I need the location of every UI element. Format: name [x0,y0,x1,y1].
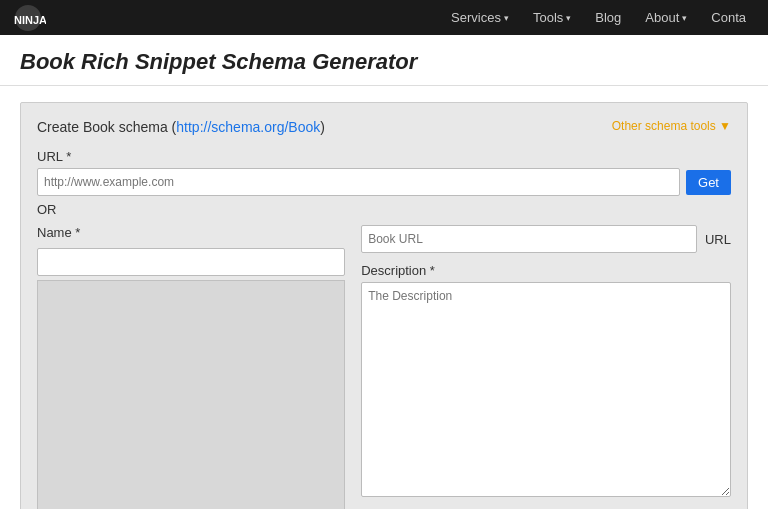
navigation: NINJAS Services ▾ Tools ▾ Blog About ▾ C… [0,0,768,35]
url-input-row: Get [37,168,731,196]
schema-form-box: Create Book schema (http://schema.org/Bo… [20,102,748,509]
schema-header: Create Book schema (http://schema.org/Bo… [37,119,731,135]
description-textarea[interactable] [361,282,731,497]
form-left-column: Name * [37,225,345,509]
contact-label: Conta [711,10,746,25]
logo-icon: NINJAS [10,4,46,32]
about-label: About [645,10,679,25]
nav-about[interactable]: About ▾ [633,0,699,35]
about-chevron-icon: ▾ [682,13,687,23]
logo: NINJAS [10,4,50,32]
get-button[interactable]: Get [686,170,731,195]
main-content: Create Book schema (http://schema.org/Bo… [0,86,768,509]
name-input[interactable] [37,248,345,276]
description-label: Description * [361,263,731,278]
other-schema-link[interactable]: Other schema tools ▼ [612,119,731,133]
book-url-input[interactable] [361,225,697,253]
book-url-row: URL [361,225,731,253]
nav-blog[interactable]: Blog [583,0,633,35]
nav-services[interactable]: Services ▾ [439,0,521,35]
url-section: URL * Get [37,149,731,196]
url-suffix-label: URL [705,232,731,247]
nav-contact[interactable]: Conta [699,0,758,35]
page-title: Book Rich Snippet Schema Generator [20,49,748,75]
form-columns: Name * URL Description * [37,225,731,509]
services-label: Services [451,10,501,25]
blog-label: Blog [595,10,621,25]
schema-create-label: Create Book schema (http://schema.org/Bo… [37,119,325,135]
url-input[interactable] [37,168,680,196]
tools-label: Tools [533,10,563,25]
nav-tools[interactable]: Tools ▾ [521,0,583,35]
name-label: Name * [37,225,345,240]
nav-links: Services ▾ Tools ▾ Blog About ▾ Conta [439,0,758,35]
schema-org-link[interactable]: http://schema.org/Book [176,119,320,135]
svg-text:NINJAS: NINJAS [14,14,46,26]
tools-chevron-icon: ▾ [566,13,571,23]
image-area [37,280,345,509]
or-label: OR [37,202,731,217]
form-right-column: URL Description * [361,225,731,509]
services-chevron-icon: ▾ [504,13,509,23]
page-title-bar: Book Rich Snippet Schema Generator [0,35,768,86]
url-label: URL * [37,149,731,164]
